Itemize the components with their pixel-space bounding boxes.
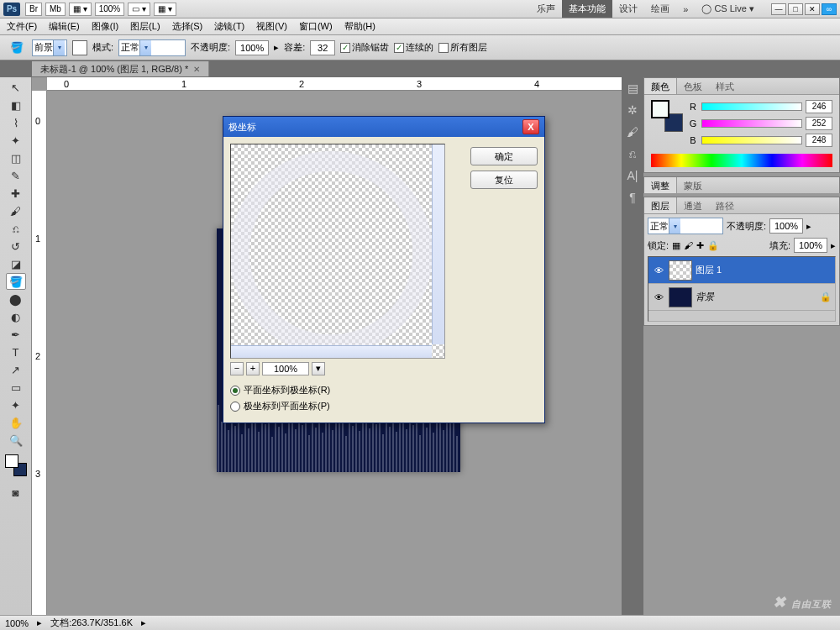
workspace-tab[interactable]: 设计 [612, 0, 644, 18]
layer-row[interactable]: 👁 背景 🔒 [648, 284, 835, 311]
gear-icon[interactable]: ✲ [624, 102, 641, 118]
layer-name[interactable]: 图层 1 [696, 264, 722, 276]
zoom-menu[interactable]: ▾ [312, 362, 325, 375]
bridge-button[interactable]: Br [25, 3, 42, 16]
clone-icon[interactable]: ⎌ [624, 146, 641, 161]
layer-thumbnail[interactable] [669, 260, 692, 281]
bucket-tool[interactable]: 🪣 [6, 273, 26, 290]
eraser-tool[interactable]: ◪ [6, 255, 26, 272]
status-zoom[interactable]: 100% [5, 618, 29, 628]
dialog-titlebar[interactable]: 极坐标 X [223, 117, 544, 137]
menu-window[interactable]: 窗口(W) [299, 20, 333, 33]
tab-swatches[interactable]: 色板 [677, 78, 709, 94]
tab-masks[interactable]: 蒙版 [677, 177, 709, 193]
fg-bg-swatch[interactable] [5, 454, 27, 476]
visibility-icon[interactable]: 👁 [652, 292, 665, 302]
close-icon[interactable]: ✕ [193, 65, 200, 74]
maximize-button[interactable]: □ [788, 3, 803, 15]
menu-layer[interactable]: 图层(L) [130, 20, 160, 33]
pen-tool[interactable]: ✒ [6, 326, 26, 343]
blur-tool[interactable]: ⬤ [6, 291, 26, 307]
para-icon[interactable]: ¶ [624, 190, 641, 205]
reset-button[interactable]: 复位 [470, 171, 538, 189]
contiguous-checkbox[interactable] [394, 43, 404, 53]
menu-image[interactable]: 图像(I) [92, 20, 118, 33]
layer-name[interactable]: 背景 [696, 291, 714, 303]
ok-button[interactable]: 确定 [470, 147, 538, 165]
tab-adjustments[interactable]: 调整 [644, 177, 677, 193]
lock-position-icon[interactable]: ✚ [696, 240, 704, 251]
workspace-tab[interactable]: 绘画 [644, 0, 676, 18]
menu-file[interactable]: 文件(F) [7, 20, 37, 33]
r-input[interactable]: 246 [806, 100, 832, 113]
tab-styles[interactable]: 样式 [709, 78, 741, 94]
share-button[interactable]: ∞ [822, 3, 837, 15]
g-slider[interactable] [701, 119, 802, 128]
brush-tool[interactable]: 🖌 [6, 202, 26, 219]
b-slider[interactable] [701, 136, 802, 144]
radio-polar-to-rect[interactable] [230, 402, 240, 412]
workspace-more[interactable]: » [676, 2, 695, 17]
3d-tool[interactable]: ✦ [6, 396, 26, 413]
hand-tool[interactable]: ✋ [6, 414, 26, 431]
filter-preview[interactable] [230, 144, 445, 359]
marquee-tool[interactable]: ◧ [6, 97, 26, 113]
brush-icon[interactable]: 🖌 [624, 124, 641, 139]
arrange-button[interactable]: ▭ ▾ [128, 3, 150, 16]
menu-select[interactable]: 选择(S) [172, 20, 203, 33]
crop-tool[interactable]: ◫ [6, 150, 26, 166]
zoom-tool[interactable]: 🔍 [6, 432, 26, 449]
quickmask-button[interactable]: ◙ [6, 484, 26, 501]
b-input[interactable]: 248 [806, 134, 832, 147]
antialias-checkbox[interactable] [340, 43, 350, 53]
g-input[interactable]: 252 [806, 117, 832, 130]
minibridge-button[interactable]: Mb [45, 3, 66, 16]
opacity-flyout[interactable]: ▸ [274, 42, 279, 53]
minimize-button[interactable]: — [771, 3, 786, 15]
lock-all-icon[interactable]: 🔒 [707, 240, 719, 251]
close-button[interactable]: X [522, 119, 539, 134]
shape-tool[interactable]: ▭ [6, 379, 26, 396]
heal-tool[interactable]: ✚ [6, 185, 26, 202]
status-menu[interactable]: ▸ [141, 617, 146, 628]
radio-rect-to-polar[interactable] [230, 386, 240, 396]
r-slider[interactable] [701, 102, 802, 111]
blend-mode-select[interactable]: 正常▾ [648, 218, 723, 234]
lock-transparency-icon[interactable]: ▦ [672, 240, 680, 251]
workspace-tab-active[interactable]: 基本功能 [562, 0, 612, 18]
menu-edit[interactable]: 编辑(E) [49, 20, 80, 33]
lock-pixels-icon[interactable]: 🖌 [684, 240, 693, 250]
spectrum-bar[interactable] [651, 154, 832, 167]
layer-row[interactable]: 👁 图层 1 [648, 257, 835, 284]
layer-opacity-input[interactable]: 100% [769, 218, 803, 234]
opacity-flyout[interactable]: ▸ [806, 221, 811, 232]
fill-flyout[interactable]: ▸ [831, 240, 836, 251]
menu-view[interactable]: 视图(V) [256, 20, 287, 33]
stamp-tool[interactable]: ⎌ [6, 220, 26, 237]
fill-select[interactable]: 前景▾ [32, 39, 67, 56]
mode-select[interactable]: 正常▾ [118, 39, 186, 56]
move-tool[interactable]: ↖ [6, 79, 26, 96]
zoom-display[interactable]: 100% [95, 3, 125, 16]
close-button[interactable]: ✕ [805, 3, 820, 15]
workspace-tab[interactable]: 乐声 [530, 0, 562, 18]
menu-filter[interactable]: 滤镜(T) [214, 20, 244, 33]
layer-thumbnail[interactable] [669, 287, 692, 307]
scrollbar-vertical[interactable] [432, 144, 444, 344]
type-tool[interactable]: T [6, 344, 26, 360]
opacity-input[interactable]: 100% [235, 40, 269, 55]
wand-tool[interactable]: ✦ [6, 132, 26, 149]
fg-bg-swatch[interactable] [651, 100, 683, 132]
tab-channels[interactable]: 通道 [677, 197, 709, 213]
visibility-icon[interactable]: 👁 [652, 265, 665, 276]
pattern-swatch[interactable] [72, 40, 87, 55]
menu-help[interactable]: 帮助(H) [344, 20, 375, 33]
tab-paths[interactable]: 路径 [709, 197, 741, 213]
cslive-button[interactable]: ◯ CS Live ▾ [695, 1, 761, 17]
preview-zoom[interactable]: 100% [262, 362, 309, 375]
tab-color[interactable]: 颜色 [644, 78, 677, 94]
extras-button[interactable]: ▦ ▾ [154, 3, 176, 16]
layer-fill-input[interactable]: 100% [794, 238, 827, 253]
char-icon[interactable]: A| [624, 168, 641, 183]
zoom-out-button[interactable]: − [230, 362, 244, 375]
